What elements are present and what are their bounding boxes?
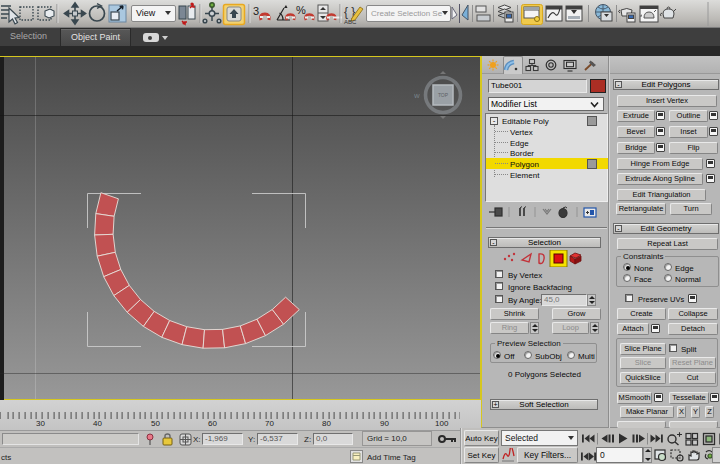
svg-text:TOP: TOP	[438, 92, 449, 98]
svg-text:%: %	[296, 4, 306, 16]
svg-text:W: W	[414, 93, 420, 99]
svg-text:3: 3	[253, 5, 259, 17]
svg-text:ABC: ABC	[344, 19, 357, 25]
